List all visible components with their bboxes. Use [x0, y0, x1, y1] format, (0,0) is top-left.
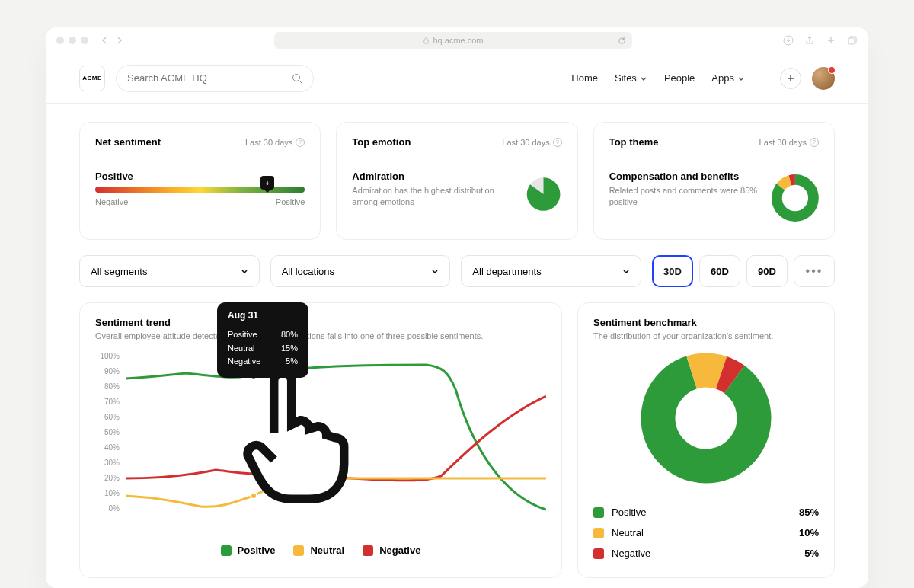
- swatch-neutral: [593, 528, 604, 538]
- add-button[interactable]: [780, 68, 801, 89]
- sentiment-benchmark-card: Sentiment benchmark The distribution of …: [577, 302, 835, 578]
- svg-rect-2: [848, 38, 855, 44]
- summary-row: Net sentiment Last 30 days ? Positive Ne…: [79, 122, 835, 240]
- info-icon[interactable]: ?: [296, 138, 305, 147]
- tooltip-value: 15%: [281, 342, 298, 356]
- range-30d[interactable]: 30D: [652, 255, 693, 287]
- top-emotion-title: Top emotion: [352, 136, 411, 148]
- range-30d-label: 30D: [663, 266, 682, 277]
- tooltip-label: Positive: [228, 328, 257, 342]
- legend-negative: Negative: [363, 545, 420, 556]
- traffic-zoom[interactable]: [81, 37, 88, 44]
- locations-select[interactable]: All locations: [270, 255, 451, 287]
- svg-point-3: [293, 74, 300, 81]
- period-text: Last 30 days: [245, 138, 292, 147]
- tooltip-value: 5%: [286, 355, 298, 369]
- top-emotion-sub: Admiration has the highest distribution …: [352, 185, 515, 209]
- departments-select[interactable]: All departments: [461, 255, 641, 287]
- browser-window: hq.acme.com ACME Home Sites People: [46, 27, 868, 588]
- plus-icon: [786, 74, 795, 83]
- bar-pos-label: Positive: [276, 197, 305, 206]
- departments-label: All departments: [472, 266, 541, 277]
- nav-apps[interactable]: Apps: [711, 72, 745, 84]
- back-icon[interactable]: [101, 37, 108, 44]
- traffic-close[interactable]: [56, 37, 64, 44]
- info-icon[interactable]: ?: [553, 138, 562, 147]
- bottom-row: Sentiment trend Overall employee attitud…: [79, 302, 835, 578]
- range-60d[interactable]: 60D: [699, 255, 740, 287]
- period-label: Last 30 days ?: [759, 138, 819, 147]
- svg-rect-0: [424, 40, 428, 43]
- nav-home[interactable]: Home: [571, 72, 598, 84]
- top-emotion-card: Top emotion Last 30 days ? Admiration Ad…: [336, 122, 577, 240]
- benchmark-sub: The distribution of your organization's …: [593, 331, 819, 340]
- legend-neutral-label: Neutral: [310, 545, 344, 556]
- benchmark-positive-pct: 85%: [799, 507, 819, 518]
- range-90d-label: 90D: [758, 266, 776, 277]
- period-text: Last 30 days: [759, 138, 807, 147]
- tooltip-value: 80%: [281, 328, 298, 342]
- browser-nav-arrows: [101, 37, 123, 44]
- info-icon[interactable]: ?: [810, 138, 819, 147]
- forward-icon[interactable]: [116, 37, 123, 44]
- period-label: Last 30 days ?: [245, 138, 305, 147]
- benchmark-row-positive: Positive 85%: [593, 502, 819, 522]
- swatch-negative: [593, 548, 604, 559]
- search-input[interactable]: [127, 72, 286, 84]
- range-90d[interactable]: 90D: [746, 255, 788, 287]
- tooltip-date: Aug 31: [228, 310, 298, 321]
- share-icon[interactable]: [804, 35, 815, 46]
- legend-positive: Positive: [221, 545, 276, 556]
- top-theme-card: Top theme Last 30 days ? Compensation an…: [593, 122, 835, 240]
- download-icon[interactable]: [783, 35, 794, 46]
- tooltip-label: Negative: [228, 355, 260, 369]
- swatch-neutral: [293, 545, 304, 556]
- legend-negative-label: Negative: [379, 545, 420, 556]
- period-text: Last 30 days: [502, 138, 549, 147]
- url-text: hq.acme.com: [433, 36, 483, 45]
- chevron-down-icon: [737, 75, 745, 82]
- nav-home-label: Home: [571, 72, 598, 84]
- swatch-negative: [363, 545, 373, 556]
- sentiment-gradient-bar: [95, 187, 305, 193]
- nav-sites-label: Sites: [615, 72, 637, 84]
- logo[interactable]: ACME: [79, 66, 105, 91]
- app-header: ACME Home Sites People Apps: [46, 53, 868, 104]
- locations-label: All locations: [282, 266, 334, 277]
- chevron-down-icon: [241, 267, 248, 275]
- trend-legend: Positive Neutral Negative: [95, 545, 546, 556]
- browser-chrome: hq.acme.com: [46, 27, 868, 53]
- sentiment-marker: [260, 176, 274, 190]
- new-tab-icon[interactable]: [826, 35, 836, 46]
- nav-sites[interactable]: Sites: [615, 72, 647, 84]
- trend-title: Sentiment trend: [95, 317, 546, 328]
- avatar[interactable]: [812, 67, 835, 90]
- sentiment-trend-card: Sentiment trend Overall employee attitud…: [79, 302, 562, 578]
- benchmark-title: Sentiment benchmark: [593, 317, 819, 328]
- top-theme-sub: Related posts and comments were 85% posi…: [609, 185, 763, 209]
- search-field[interactable]: [116, 65, 314, 92]
- chevron-down-icon: [431, 267, 439, 275]
- content: Net sentiment Last 30 days ? Positive Ne…: [46, 104, 868, 588]
- header-actions: [780, 67, 835, 90]
- traffic-minimize[interactable]: [69, 37, 76, 44]
- segments-label: All segments: [91, 266, 147, 277]
- traffic-lights: [56, 37, 88, 44]
- benchmark-row-neutral: Neutral 10%: [593, 522, 819, 543]
- top-nav: Home Sites People Apps: [571, 72, 745, 84]
- range-more[interactable]: •••: [794, 255, 835, 287]
- top-theme-donut: [772, 171, 819, 225]
- benchmark-donut: [638, 350, 775, 487]
- segments-select[interactable]: All segments: [79, 255, 260, 287]
- url-bar[interactable]: hq.acme.com: [274, 32, 632, 49]
- legend-positive-label: Positive: [238, 545, 276, 556]
- benchmark-row-negative: Negative 5%: [593, 543, 819, 564]
- trend-chart[interactable]: 100% 90% 80% 70% 60% 50% 40% 30% 20% 10%…: [95, 356, 546, 531]
- range-group: 30D 60D 90D •••: [652, 255, 835, 287]
- search-icon: [292, 73, 302, 84]
- tabs-icon[interactable]: [847, 35, 858, 46]
- refresh-icon[interactable]: [618, 37, 626, 45]
- nav-apps-label: Apps: [711, 72, 734, 84]
- lock-icon: [423, 37, 430, 44]
- nav-people[interactable]: People: [664, 72, 695, 84]
